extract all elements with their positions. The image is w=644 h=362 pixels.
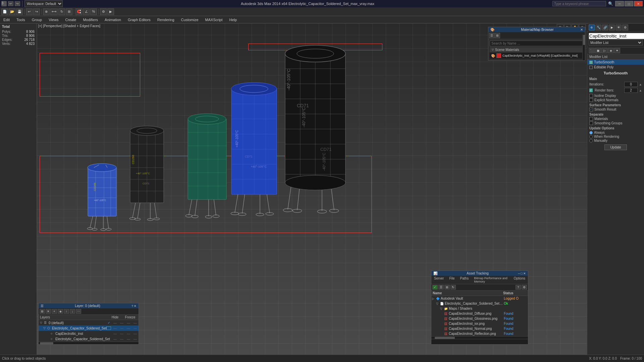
material-browser-titlebar[interactable]: 🎨 Material/Map Browser ✕ — [488, 27, 585, 32]
asset-row-vault[interactable]: ▷ 🔷 Autodesk Vault Logged O — [431, 296, 528, 301]
layer-add-btn[interactable]: + — [52, 309, 57, 314]
asset-row-maxfile[interactable]: ▽ 📄 Electrolytic_Capacitor_Soldered_Set_… — [431, 301, 528, 306]
asset-tb-grid-btn[interactable]: ⊞ — [444, 285, 450, 290]
panel-icon-hierarchy[interactable]: 🔗 — [602, 24, 608, 31]
menu-help[interactable]: Help — [226, 17, 240, 22]
asset-row-glossiness[interactable]: 🖼 CapaElectroInst_Glossiness.png Found — [431, 316, 528, 321]
ts-materials-checkbox[interactable] — [589, 117, 593, 121]
asset-scrollbar-h[interactable] — [431, 336, 528, 339]
ts-always-radio[interactable] — [589, 131, 593, 134]
panel-icon-create[interactable]: ⊕ — [589, 24, 595, 31]
asset-row-maps[interactable]: ▽ 📁 Maps / Shaders — [431, 306, 528, 311]
ts-smooth-result-checkbox[interactable] — [589, 108, 593, 111]
material-browser-close-btn[interactable]: ✕ — [580, 28, 583, 32]
modifier-name-input[interactable] — [589, 33, 644, 39]
snap-pct-btn[interactable]: % — [90, 8, 97, 15]
asset-menu-options[interactable]: Options — [511, 276, 528, 284]
modifier-editable-poly-checkbox[interactable] — [589, 66, 593, 69]
scene-materials-section[interactable]: ▽ Scene Materials — [490, 47, 584, 52]
menu-graph-editors[interactable]: Graph Editors — [124, 17, 154, 22]
ts-iterations-spin-up[interactable]: ▲ — [639, 83, 642, 86]
stack-icon-3[interactable]: ▷ — [601, 48, 607, 53]
asset-tb-active-btn[interactable]: ✓ — [432, 285, 438, 290]
panel-icon-utilities[interactable]: ⚙ — [622, 24, 628, 31]
layer-scrollbar[interactable] — [39, 342, 139, 344]
mat-list-btn[interactable]: ☰ — [489, 33, 494, 38]
ts-iterations-input[interactable] — [624, 82, 638, 87]
material-search-input[interactable] — [490, 41, 584, 46]
asset-expand-vault[interactable]: ▷ — [432, 297, 436, 300]
ts-isoline-checkbox[interactable] — [589, 94, 593, 98]
asset-panel-titlebar[interactable]: 📊 Asset Tracking ─ □ ✕ — [431, 271, 528, 276]
ts-explicit-normals-checkbox[interactable] — [589, 98, 593, 102]
snap-angle-btn[interactable]: ∠ — [83, 8, 90, 15]
menu-tools[interactable]: Tools — [13, 17, 29, 22]
menu-modifiers[interactable]: Modifiers — [79, 17, 101, 22]
panel-icon-display[interactable]: 👁 — [615, 24, 622, 31]
asset-maximize-btn[interactable]: □ — [521, 272, 523, 275]
asset-row-reflection[interactable]: 🖼 CapaElectroInst_Reflection.png Found — [431, 331, 528, 336]
toolbar-undo[interactable]: ↩ — [8, 1, 13, 6]
menu-edit[interactable]: Edit — [0, 17, 13, 22]
layer-row-default[interactable]: ▽ ☰ 0 (default) ✓ — — — — — [39, 320, 139, 325]
asset-menu-bitmap[interactable]: Bitmap Performance and Memory — [471, 276, 511, 284]
select-btn[interactable]: ⊕ — [43, 8, 50, 15]
open-btn[interactable]: 📂 — [9, 8, 15, 15]
layer-up-btn[interactable]: ↑ — [64, 309, 69, 314]
asset-menu-file[interactable]: File — [446, 276, 457, 284]
menu-group[interactable]: Group — [29, 17, 46, 22]
save-btn[interactable]: 💾 — [16, 8, 23, 15]
layer-expand-electrolytic[interactable]: ▽ — [43, 326, 47, 330]
ts-update-button[interactable]: Update — [604, 144, 627, 150]
layer-expand-default[interactable]: ▽ — [40, 321, 44, 324]
asset-menu-paths[interactable]: Paths — [458, 276, 472, 284]
asset-tb-help-btn[interactable]: ? — [516, 285, 521, 290]
ts-when-rendering-radio[interactable] — [589, 135, 593, 138]
asset-expand-maps[interactable]: ▽ — [440, 307, 444, 310]
ts-manually-radio[interactable] — [589, 139, 593, 142]
layer-close-btn[interactable]: ✕ — [134, 304, 137, 308]
move-btn[interactable]: ⟷ — [50, 8, 58, 15]
snap-btn[interactable]: 🧲 — [75, 8, 82, 15]
modifier-editable-poly[interactable]: Editable Poly — [587, 65, 644, 70]
render-setup-btn[interactable]: ⚙ — [100, 8, 107, 15]
workspace-selector[interactable]: Workspace: Default — [24, 0, 63, 7]
asset-row-normal[interactable]: 🖼 CapaElectroInst_Normal.png Found — [431, 326, 528, 331]
layer-new-btn[interactable]: ⊞ — [40, 309, 45, 314]
ts-smoothing-groups-checkbox[interactable] — [589, 121, 593, 125]
panel-icon-motion[interactable]: ▶ — [609, 24, 615, 31]
stack-icon-1[interactable]: ⬛ — [589, 48, 595, 53]
layer-panel-titlebar[interactable]: ☰ Layer: 0 (default) ? ✕ — [39, 303, 139, 308]
search-input[interactable] — [552, 1, 606, 6]
layer-down-btn[interactable]: ↓ — [70, 309, 75, 314]
menu-animation[interactable]: Animation — [101, 17, 124, 22]
layer-select-btn[interactable]: ◈ — [58, 309, 63, 314]
asset-row-ior[interactable]: 🖼 CapaElectroInst_ior.png Found — [431, 321, 528, 326]
menu-create[interactable]: Create — [62, 17, 79, 22]
asset-tb-refresh-btn[interactable]: ↻ — [450, 285, 456, 290]
modifier-turbosmooth[interactable]: TurboSmooth — [587, 60, 644, 65]
layer-row-electrolytic[interactable]: ▽ ⬡ Electrolytic_Capacitor_Soldered_Set … — [39, 325, 139, 331]
stack-icon-5[interactable]: ✦ — [614, 48, 620, 53]
asset-row-diffuse[interactable]: 🖼 CapaElectroInst_Diffuse.png Found — [431, 311, 528, 316]
asset-expand-maxfile[interactable]: ▽ — [436, 302, 440, 305]
asset-tb-settings-btn[interactable]: ⚙ — [522, 285, 527, 290]
render-btn[interactable]: ▶ — [107, 8, 114, 15]
layer-row-capelect[interactable]: ○ CapElectroltic_inst — — — — — [39, 331, 139, 336]
menu-maxscript[interactable]: MAXScript — [202, 17, 226, 22]
layer-help-btn[interactable]: ? — [131, 304, 133, 308]
ts-render-iters-spin-up[interactable]: ▲ — [639, 89, 642, 92]
modifier-turbosmooth-checkbox[interactable] — [589, 61, 593, 64]
ts-render-iters-input[interactable] — [624, 88, 638, 93]
stack-icon-4[interactable]: ◈ — [608, 48, 614, 53]
layer-options-btn[interactable]: ⋯ — [76, 309, 81, 314]
rotate-btn[interactable]: ↻ — [58, 8, 65, 15]
stack-icon-2[interactable]: ▣ — [595, 48, 601, 53]
menu-customize[interactable]: Customize — [178, 17, 202, 22]
panel-icon-modify[interactable]: 🔧 — [595, 24, 601, 31]
redo-btn[interactable]: ↪ — [33, 8, 40, 15]
maximize-button[interactable]: □ — [625, 1, 633, 6]
asset-menu-server[interactable]: Server — [431, 276, 446, 284]
layer-delete-btn[interactable]: ✕ — [46, 309, 51, 314]
viewport[interactable]: CD288 +40°-105°C — [37, 23, 587, 355]
